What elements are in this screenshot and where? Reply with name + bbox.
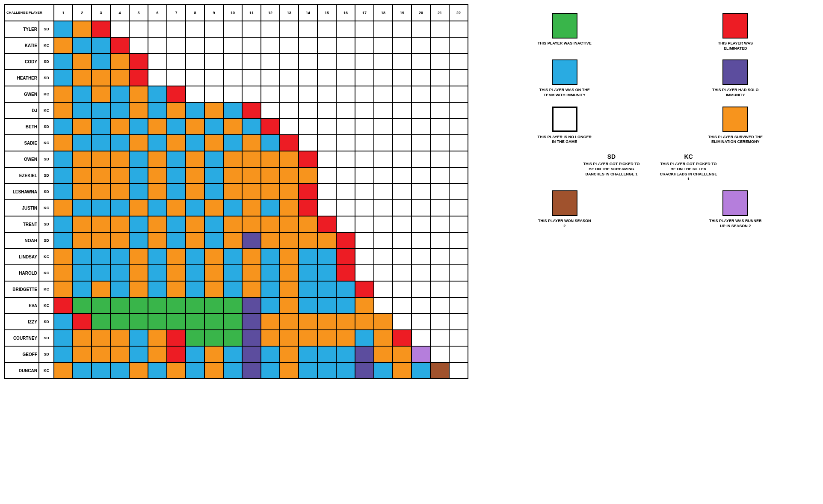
grid-cell (374, 184, 393, 200)
grid-cell (242, 21, 261, 37)
grid-cell (430, 102, 449, 119)
col-header-11: 11 (242, 5, 261, 21)
legend-outline-label: THIS PLAYER IS NO LONGER IN THE GAME (537, 135, 592, 145)
grid-cell (299, 362, 317, 379)
legend-red-box (722, 13, 748, 39)
grid-cell (242, 200, 261, 216)
grid-cell (148, 167, 167, 184)
grid-cell (186, 314, 204, 330)
grid-cell (299, 151, 317, 167)
grid-cell (110, 70, 129, 86)
table-row: LINDSAYKC (5, 249, 468, 265)
grid-cell (186, 346, 204, 362)
grid-cell (223, 249, 242, 265)
grid-cell (355, 314, 374, 330)
grid-cell (449, 216, 468, 232)
grid-cell (280, 281, 299, 297)
col-header-1: 1 (54, 5, 73, 21)
grid-cell (393, 200, 412, 216)
grid-cell (393, 102, 412, 119)
grid-cell (167, 232, 186, 249)
grid-cell (54, 362, 73, 379)
grid-cell (355, 86, 374, 102)
grid-cell (73, 151, 92, 167)
grid-cell (412, 119, 430, 135)
grid-cell (355, 37, 374, 53)
grid-cell (412, 70, 430, 86)
grid-cell (73, 346, 92, 362)
grid-cell (374, 37, 393, 53)
grid-cell (449, 70, 468, 86)
grid-cell (317, 86, 336, 102)
col-header-2: 2 (73, 5, 92, 21)
grid-cell (110, 135, 129, 151)
legend-brown-box (552, 190, 577, 216)
grid-cell (280, 167, 299, 184)
grid-cell (242, 53, 261, 70)
grid-cell (110, 265, 129, 281)
grid-cell (73, 167, 92, 184)
grid-cell (148, 281, 167, 297)
grid-cell (73, 297, 92, 314)
team-label: SD (39, 330, 54, 346)
grid-cell (336, 314, 355, 330)
player-name: LINDSAY (5, 249, 39, 265)
team-label: SD (39, 70, 54, 86)
grid-cell (336, 119, 355, 135)
grid-cell (223, 281, 242, 297)
grid-cell (355, 297, 374, 314)
grid-cell (204, 151, 223, 167)
grid-cell (186, 37, 204, 53)
grid-cell (129, 330, 148, 346)
grid-cell (186, 249, 204, 265)
grid-cell (355, 281, 374, 297)
table-row: OWENSD (5, 151, 468, 167)
grid-cell (73, 135, 92, 151)
grid-cell (280, 232, 299, 249)
grid-cell (299, 297, 317, 314)
grid-cell (167, 86, 186, 102)
col-header-10: 10 (223, 5, 242, 21)
team-label: SD (39, 232, 54, 249)
table-row: BRIDGETTEKC (5, 281, 468, 297)
grid-cell (449, 297, 468, 314)
grid-cell (299, 281, 317, 297)
grid-cell (317, 119, 336, 135)
grid-cell (449, 330, 468, 346)
grid-cell (317, 102, 336, 119)
grid-cell (148, 184, 167, 200)
grid-cell (299, 21, 317, 37)
grid-cell (317, 314, 336, 330)
grid-cell (204, 297, 223, 314)
grid-cell (374, 102, 393, 119)
grid-cell (129, 216, 148, 232)
team-label: SD (39, 53, 54, 70)
grid-cell (167, 135, 186, 151)
legend-team-row: SD THIS PLAYER GOT PICKED TO BE ON THE S… (481, 153, 819, 182)
grid-cell (374, 330, 393, 346)
table-row: NOAHSD (5, 232, 468, 249)
grid-cell (393, 249, 412, 265)
grid-cell (412, 265, 430, 281)
grid-cell (280, 102, 299, 119)
grid-cell (73, 265, 92, 281)
team-label: KC (39, 102, 54, 119)
grid-cell (299, 37, 317, 53)
grid-cell (148, 53, 167, 70)
col-header-14: 14 (299, 5, 317, 21)
grid-cell (110, 232, 129, 249)
grid-cell (393, 119, 412, 135)
grid-cell (186, 297, 204, 314)
col-header-21: 21 (430, 5, 449, 21)
grid-cell (204, 102, 223, 119)
player-name: SADIE (5, 135, 39, 151)
table-row: TYLERSD (5, 21, 468, 37)
grid-cell (54, 265, 73, 281)
grid-cell (223, 200, 242, 216)
grid-cell (129, 21, 148, 37)
grid-cell (242, 249, 261, 265)
grid-cell (430, 151, 449, 167)
grid-cell (299, 216, 317, 232)
grid-cell (242, 297, 261, 314)
grid-cell (73, 102, 92, 119)
